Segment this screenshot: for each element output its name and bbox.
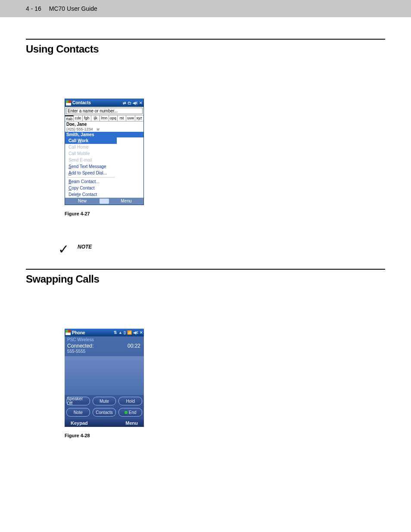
alpha-tab[interactable]: lmn <box>100 115 109 121</box>
menu-item-send-text[interactable]: Send Text Message <box>65 163 117 170</box>
call-timer: 00:22 <box>128 343 140 349</box>
windows-flag-icon <box>66 100 71 106</box>
softkey-keypad[interactable]: Keypad <box>65 420 104 426</box>
checkmark-icon: ✓ <box>58 243 69 256</box>
context-menu: Call Work Call Home Call Mobile Send E-m… <box>65 137 117 198</box>
menu-item-beam-contact[interactable]: Beam Contact... <box>65 178 117 185</box>
page-number: 4 - 16 <box>26 5 41 12</box>
status-icons: ⇄ 🗀 ◀€ ✕ <box>123 101 143 105</box>
sip-icon[interactable] <box>100 199 109 204</box>
note-button[interactable]: Note <box>66 408 90 417</box>
contact-name: Doe, Jane <box>66 122 142 127</box>
close-icon[interactable]: ✕ <box>140 330 143 335</box>
document-page: 4 - 16 MC70 User Guide Using Contacts Us… <box>0 0 411 532</box>
end-label: End <box>129 410 137 415</box>
signal-icon: 📶 <box>127 330 132 335</box>
alpha-index-row[interactable]: #ab cde fgh ijk lmn opq rst uvw xyz <box>65 115 143 121</box>
section-using-contacts: Using Contacts Use Contacts to make a ca… <box>26 39 385 256</box>
warning-icon: ▲ <box>118 330 122 335</box>
windows-flag-icon <box>65 330 71 335</box>
menu-item-copy-contact[interactable]: Copy Contact <box>65 185 117 191</box>
section-swapping-calls: Swapping Calls To move between two or mo… <box>26 269 385 438</box>
step-3: 3. Tap Call Work, Call Home or Call Mobi… <box>65 222 385 230</box>
softkey-bar: Keypad Menu <box>65 419 144 427</box>
speaker-button[interactable]: Speaker Off <box>66 397 90 405</box>
alpha-tab[interactable]: uvw <box>126 115 135 121</box>
figure-label: Figure 4-27 <box>65 211 90 216</box>
menu-item-call-home[interactable]: Call Home <box>65 144 117 150</box>
softkey-menu[interactable]: Menu <box>109 199 143 203</box>
softkey-bar: New Menu <box>65 198 143 205</box>
alpha-tab[interactable]: fgh <box>83 115 91 121</box>
alpha-tab[interactable]: rst <box>118 115 126 121</box>
connectivity-icon: ⇄ <box>123 101 126 105</box>
search-input[interactable]: Enter a name or number... <box>66 108 143 114</box>
step-2: 2. Enter the first phone number and pres… <box>65 321 385 329</box>
call-status: Connected: <box>67 343 93 349</box>
section-intro: Use Contacts to make a call without look… <box>65 68 385 75</box>
window-title-bar: Phone ⇅ ▲ ▯ 📶 ◀€ ✕ <box>65 329 144 336</box>
figure-desc: Call Swapping - Hold <box>91 433 136 438</box>
contact-row[interactable]: Doe, Jane (425) 555-1234 w <box>65 121 143 132</box>
alpha-tab[interactable]: opq <box>109 115 118 121</box>
softkey-new[interactable]: New <box>65 199 100 203</box>
status-icons: ⇅ ▲ ▯ 📶 ◀€ ✕ <box>114 330 143 335</box>
menu-item-send-email[interactable]: Send E-mail <box>65 157 117 163</box>
call-center-area <box>65 356 144 395</box>
softkey-menu[interactable]: Menu <box>104 420 144 426</box>
close-icon[interactable]: ✕ <box>139 101 143 105</box>
call-number: 555-5555 <box>65 349 144 354</box>
contact-phone-type: w <box>97 127 100 131</box>
folder-icon: 🗀 <box>128 101 131 105</box>
contacts-button[interactable]: Contacts <box>93 408 116 417</box>
menu-divider <box>67 177 115 177</box>
page-header-bar: 4 - 16 MC70 User Guide <box>0 0 411 17</box>
hold-button[interactable]: Hold <box>118 397 142 405</box>
alpha-tab[interactable]: ijk <box>91 115 100 121</box>
sim-icon: ▯ <box>124 330 126 335</box>
operator-label: PSC Wireless <box>65 336 144 342</box>
alpha-tab[interactable]: xyz <box>135 115 143 121</box>
blank-area <box>117 137 143 168</box>
section-rule <box>26 39 385 40</box>
step-2: 2. From the contact list, tap and hold t… <box>65 90 385 99</box>
section-title: Swapping Calls <box>26 273 385 285</box>
menu-item-call-work[interactable]: Call Work <box>65 137 117 144</box>
figure-caption: Figure 4-27 Contacts <box>65 211 385 216</box>
step-1: 1. Tap Start - Contacts. <box>65 82 385 90</box>
step-1: 1. Tap Start - Phone or press the green … <box>65 313 385 321</box>
note-label: NOTE <box>78 244 95 250</box>
phone-icon <box>125 411 128 414</box>
menu-item-call-mobile[interactable]: Call Mobile <box>65 150 117 157</box>
section-intro: To move between two or more phone calls: <box>65 298 385 305</box>
contacts-screenshot: Contacts ⇄ 🗀 ◀€ ✕ Enter a name or number… <box>65 99 144 205</box>
mute-button[interactable]: Mute <box>93 397 116 405</box>
window-title: Contacts <box>72 100 121 105</box>
note-body: To make a call from an open contact, tap… <box>103 244 385 250</box>
contact-phone: (425) 555-1234 <box>66 127 93 131</box>
figure-desc: Contacts <box>91 211 110 216</box>
end-button[interactable]: End <box>118 408 142 417</box>
guide-title: MC70 User Guide <box>49 5 97 12</box>
menu-item-add-speed-dial[interactable]: Add to Speed Dial... <box>65 170 117 176</box>
alpha-tab[interactable]: #ab <box>65 115 74 121</box>
connection-icon: ⇅ <box>114 330 117 335</box>
window-title-bar: Contacts ⇄ 🗀 ◀€ ✕ <box>65 99 143 107</box>
speaker-icon: ◀€ <box>133 101 138 105</box>
section-title: Using Contacts <box>26 43 385 55</box>
note-block: ✓ NOTE To make a call from an open conta… <box>58 243 385 256</box>
figure-caption: Figure 4-28 Call Swapping - Hold <box>65 433 385 438</box>
call-screenshot: Phone ⇅ ▲ ▯ 📶 ◀€ ✕ PSC Wireless Connecte… <box>65 329 144 427</box>
speaker-icon: ◀€ <box>133 330 138 335</box>
window-title: Phone <box>72 330 112 335</box>
alpha-tab[interactable]: cde <box>74 115 82 121</box>
figure-label: Figure 4-28 <box>65 433 90 438</box>
selected-contact-row[interactable]: Smith, James <box>65 132 143 137</box>
section-rule <box>26 269 385 270</box>
menu-item-delete-contact[interactable]: Delete Contact <box>65 191 117 198</box>
